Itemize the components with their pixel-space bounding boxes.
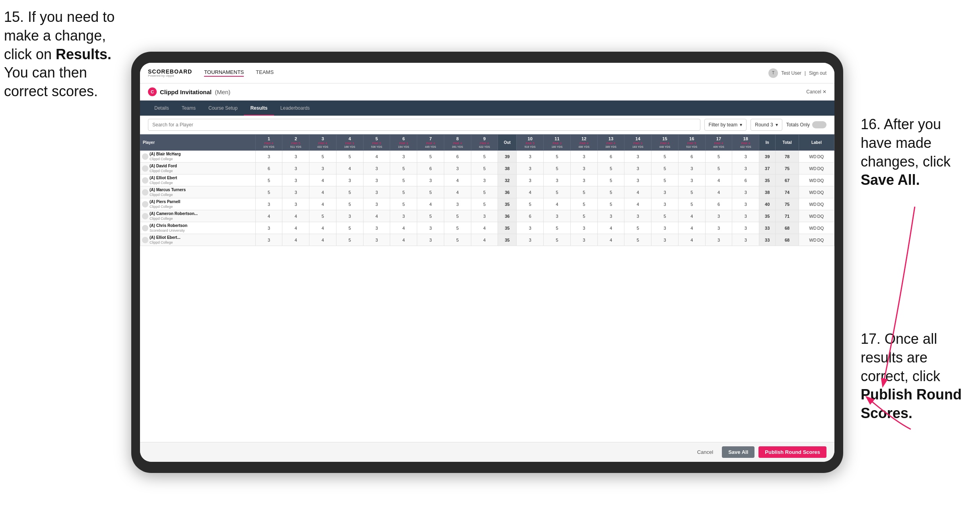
score-cell[interactable]: 5: [544, 222, 571, 234]
score-cell[interactable]: 3: [336, 174, 363, 186]
score-cell[interactable]: 5: [471, 151, 498, 163]
score-cell[interactable]: 3: [517, 234, 544, 246]
score-cell[interactable]: 3: [417, 234, 444, 246]
score-cell[interactable]: 5: [390, 174, 417, 186]
score-cell[interactable]: 5: [390, 198, 417, 210]
score-cell[interactable]: 5: [570, 210, 597, 222]
score-cell[interactable]: 5: [678, 198, 705, 210]
score-cell[interactable]: 3: [363, 163, 390, 174]
score-cell[interactable]: 5: [309, 210, 336, 222]
score-cell[interactable]: 3: [732, 163, 759, 174]
score-cell[interactable]: 5: [417, 151, 444, 163]
score-cell[interactable]: 6: [444, 151, 471, 163]
score-cell[interactable]: 4: [678, 210, 705, 222]
dq-button[interactable]: DQ: [817, 154, 824, 159]
wd-button[interactable]: WD: [809, 154, 817, 159]
nav-tournaments[interactable]: TOURNAMENTS: [204, 69, 244, 77]
score-cell[interactable]: 5: [517, 198, 544, 210]
score-cell[interactable]: 5: [570, 186, 597, 198]
score-cell[interactable]: 5: [255, 174, 282, 186]
score-cell[interactable]: 5: [444, 222, 471, 234]
sign-out-link[interactable]: Sign out: [809, 70, 826, 76]
score-cell[interactable]: 4: [363, 151, 390, 163]
totals-only-toggle[interactable]: Totals Only: [786, 121, 826, 128]
score-cell[interactable]: 4: [705, 186, 732, 198]
dq-button[interactable]: DQ: [817, 238, 824, 242]
score-cell[interactable]: 3: [732, 186, 759, 198]
dq-button[interactable]: DQ: [817, 214, 824, 219]
score-cell[interactable]: 4: [544, 198, 571, 210]
score-cell[interactable]: 5: [651, 174, 679, 186]
score-cell[interactable]: 3: [309, 163, 336, 174]
dq-button[interactable]: DQ: [817, 178, 824, 183]
dq-button[interactable]: DQ: [817, 166, 824, 171]
score-cell[interactable]: 4: [624, 186, 651, 198]
score-cell[interactable]: 3: [624, 163, 651, 174]
score-cell[interactable]: 3: [651, 234, 679, 246]
score-cell[interactable]: 4: [471, 234, 498, 246]
score-cell[interactable]: 5: [570, 198, 597, 210]
score-cell[interactable]: 5: [544, 163, 571, 174]
score-cell[interactable]: 4: [517, 186, 544, 198]
score-cell[interactable]: 4: [282, 210, 309, 222]
score-cell[interactable]: 3: [417, 222, 444, 234]
score-cell[interactable]: 4: [624, 198, 651, 210]
score-cell[interactable]: 6: [517, 210, 544, 222]
score-cell[interactable]: 4: [309, 234, 336, 246]
score-cell[interactable]: 3: [417, 174, 444, 186]
wd-button[interactable]: WD: [809, 214, 817, 219]
search-input[interactable]: [148, 119, 700, 131]
score-cell[interactable]: 3: [705, 222, 732, 234]
score-cell[interactable]: 5: [390, 163, 417, 174]
score-cell[interactable]: 5: [597, 174, 624, 186]
score-cell[interactable]: 3: [732, 210, 759, 222]
score-cell[interactable]: 3: [732, 222, 759, 234]
nav-teams[interactable]: TEAMS: [256, 69, 274, 77]
score-cell[interactable]: 5: [651, 151, 679, 163]
score-cell[interactable]: 5: [336, 234, 363, 246]
dq-button[interactable]: DQ: [817, 202, 824, 207]
cancel-button[interactable]: Cancel: [692, 447, 718, 457]
wd-button[interactable]: WD: [809, 226, 817, 231]
score-cell[interactable]: 4: [444, 186, 471, 198]
score-cell[interactable]: 5: [390, 186, 417, 198]
score-cell[interactable]: 4: [390, 234, 417, 246]
score-cell[interactable]: 5: [597, 186, 624, 198]
score-cell[interactable]: 3: [363, 174, 390, 186]
score-cell[interactable]: 5: [597, 198, 624, 210]
score-cell[interactable]: 3: [651, 186, 679, 198]
score-cell[interactable]: 5: [336, 186, 363, 198]
score-cell[interactable]: 5: [417, 210, 444, 222]
score-cell[interactable]: 4: [417, 198, 444, 210]
score-cell[interactable]: 3: [651, 198, 679, 210]
score-cell[interactable]: 3: [282, 186, 309, 198]
score-cell[interactable]: 4: [309, 186, 336, 198]
score-cell[interactable]: 5: [417, 186, 444, 198]
score-cell[interactable]: 3: [732, 198, 759, 210]
score-cell[interactable]: 3: [544, 174, 571, 186]
toggle-switch[interactable]: [812, 121, 826, 128]
save-all-button[interactable]: Save All: [722, 446, 754, 458]
score-cell[interactable]: 6: [417, 163, 444, 174]
score-cell[interactable]: 3: [570, 222, 597, 234]
score-cell[interactable]: 5: [651, 210, 679, 222]
score-cell[interactable]: 5: [544, 151, 571, 163]
score-cell[interactable]: 3: [471, 210, 498, 222]
tab-details[interactable]: Details: [148, 101, 175, 116]
score-cell[interactable]: 3: [597, 210, 624, 222]
score-cell[interactable]: 5: [471, 163, 498, 174]
score-cell[interactable]: 4: [282, 222, 309, 234]
score-cell[interactable]: 3: [705, 234, 732, 246]
score-cell[interactable]: 6: [705, 198, 732, 210]
score-cell[interactable]: 3: [282, 163, 309, 174]
score-cell[interactable]: 5: [624, 234, 651, 246]
score-cell[interactable]: 5: [444, 234, 471, 246]
score-cell[interactable]: 4: [678, 234, 705, 246]
score-cell[interactable]: 3: [570, 163, 597, 174]
score-cell[interactable]: 4: [255, 210, 282, 222]
score-cell[interactable]: 4: [336, 163, 363, 174]
score-cell[interactable]: 5: [255, 186, 282, 198]
tab-leaderboards[interactable]: Leaderboards: [274, 101, 316, 116]
score-cell[interactable]: 4: [390, 222, 417, 234]
score-cell[interactable]: 5: [651, 163, 679, 174]
